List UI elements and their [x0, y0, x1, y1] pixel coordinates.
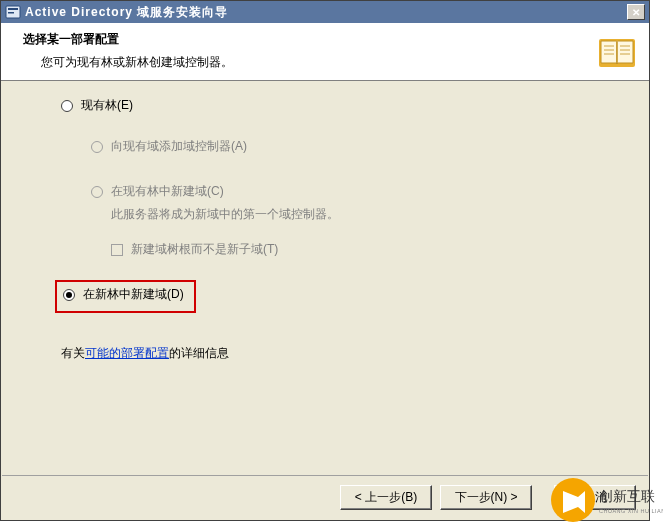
radio-new-domain-in-forest: 在现有林中新建域(C)	[91, 183, 639, 200]
radio-icon	[91, 141, 103, 153]
radio-new-forest[interactable]: 在新林中新建域(D)	[63, 286, 184, 303]
checkbox-icon	[111, 244, 123, 256]
back-button[interactable]: < 上一步(B)	[340, 485, 432, 510]
radio-icon	[91, 186, 103, 198]
next-button[interactable]: 下一步(N) >	[440, 485, 532, 510]
info-line: 有关可能的部署配置的详细信息	[61, 345, 639, 362]
wizard-footer: < 上一步(B) 下一步(N) > 取消	[2, 475, 648, 519]
radio-label-new-domain: 在现有林中新建域(C)	[111, 183, 224, 200]
possible-configs-link[interactable]: 可能的部署配置	[85, 346, 169, 360]
svg-rect-2	[8, 12, 14, 14]
page-subtitle: 您可为现有林或新林创建域控制器。	[23, 54, 637, 71]
checkbox-label-not-new-child: 新建域树根而不是新子域(T)	[131, 241, 278, 258]
radio-icon	[61, 100, 73, 112]
page-title: 选择某一部署配置	[23, 31, 637, 48]
cancel-button[interactable]: 取消	[554, 485, 636, 510]
radio-label-new-forest: 在新林中新建域(D)	[83, 286, 184, 303]
window-title: Active Directory 域服务安装向导	[25, 4, 228, 21]
radio-label-existing-forest: 现有林(E)	[81, 97, 133, 114]
info-suffix: 的详细信息	[169, 346, 229, 360]
radio-icon	[63, 289, 75, 301]
checkbox-not-new-child: 新建域树根而不是新子域(T)	[111, 241, 639, 258]
wizard-window: Active Directory 域服务安装向导 ✕ 选择某一部署配置 您可为现…	[0, 0, 650, 521]
titlebar: Active Directory 域服务安装向导 ✕	[1, 1, 649, 23]
radio-add-dc: 向现有域添加域控制器(A)	[91, 138, 639, 155]
book-icon	[597, 33, 637, 71]
radio-label-add-dc: 向现有域添加域控制器(A)	[111, 138, 247, 155]
wizard-header: 选择某一部署配置 您可为现有林或新林创建域控制器。	[1, 23, 649, 81]
close-button[interactable]: ✕	[627, 4, 645, 20]
highlight-box: 在新林中新建域(D)	[55, 280, 196, 313]
wizard-content: 现有林(E) 向现有域添加域控制器(A) 在现有林中新建域(C) 此服务器将成为…	[1, 81, 649, 362]
info-prefix: 有关	[61, 346, 85, 360]
app-icon	[5, 4, 21, 20]
radio-existing-forest[interactable]: 现有林(E)	[61, 97, 639, 114]
svg-rect-1	[8, 8, 18, 10]
new-domain-desc: 此服务器将成为新域中的第一个域控制器。	[111, 206, 639, 223]
